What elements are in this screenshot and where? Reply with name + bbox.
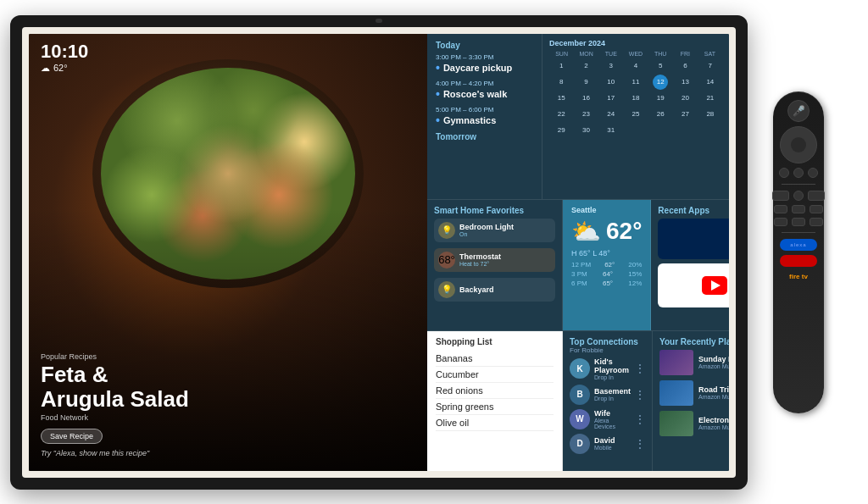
- cal-day-2[interactable]: 2: [578, 58, 593, 74]
- remote-nav-center[interactable]: [791, 137, 806, 152]
- remote-play-button[interactable]: [793, 191, 804, 201]
- conn-name-1: Kid's Playroom: [594, 357, 631, 374]
- remote-mute-button[interactable]: [792, 205, 805, 213]
- play-title-2: Road Trip: Jazz: [698, 385, 729, 394]
- schedule-item-1: 3:00 PM – 3:30 PM Daycare pickup: [436, 53, 533, 75]
- recipe-info: Popular Recipes Feta & Arugula Salad Foo…: [41, 352, 415, 457]
- prime-video-tile[interactable]: prime video ~: [658, 219, 729, 259]
- remote-body: 🎤: [773, 91, 824, 413]
- cal-day-23[interactable]: 23: [578, 107, 593, 122]
- connection-item-2[interactable]: B Basement Drop In ⋮: [570, 385, 645, 405]
- connections-label: Top Connections: [570, 337, 645, 346]
- remote-input-button[interactable]: [792, 218, 805, 226]
- cal-day-empty-32: [653, 123, 668, 138]
- cal-day-14[interactable]: 14: [703, 75, 718, 90]
- play-title-1: Sunday Morning Soul: [698, 355, 729, 363]
- youtube-tile[interactable]: YouTube: [658, 263, 729, 307]
- play-info-2: Road Trip: Jazz Amazon Music: [698, 385, 729, 400]
- cal-day-8[interactable]: 8: [554, 75, 569, 90]
- cal-day-17[interactable]: 17: [604, 91, 619, 106]
- clock-display: 10:10: [41, 42, 88, 61]
- remote-ffwd-button[interactable]: [808, 191, 825, 201]
- cal-fri: FRI: [673, 51, 698, 57]
- recent-apps-section: Recent Apps prime video ~: [651, 200, 729, 330]
- cal-day-5[interactable]: 5: [653, 58, 668, 74]
- conn-info-4: David Mobile: [594, 436, 631, 451]
- weather-widget: Seattle ⛅ 62° H 65° L 48°: [563, 200, 651, 330]
- cal-day-31[interactable]: 31: [604, 123, 619, 138]
- thermostat-name: Thermostat: [459, 252, 551, 261]
- play-item-3[interactable]: Electronic For Work Amazon Music: [659, 411, 729, 436]
- cal-day-12[interactable]: 12: [653, 75, 668, 90]
- backyard-info: Backyard: [459, 285, 551, 294]
- remote-mic-button[interactable]: 🎤: [787, 100, 810, 122]
- conn-avatar-3: W: [570, 409, 590, 429]
- weather-row-2: 3 PM 64° 15%: [571, 270, 642, 278]
- weather-temp-big: 62°: [606, 218, 642, 245]
- cal-day-20[interactable]: 20: [678, 91, 693, 106]
- cal-day-18[interactable]: 18: [628, 91, 643, 106]
- thermostat-info: Thermostat Heat to 72°: [459, 252, 551, 267]
- play-info-1: Sunday Morning Soul Amazon Music: [698, 355, 729, 369]
- cal-day-3[interactable]: 3: [604, 58, 619, 74]
- smart-item-backyard[interactable]: 💡 Backyard: [434, 278, 555, 302]
- conn-status-1: Drop In: [594, 374, 631, 380]
- backyard-name: Backyard: [459, 285, 551, 294]
- connection-item-4[interactable]: D David Mobile ⋮: [570, 434, 645, 454]
- remote-ch-down-button[interactable]: [810, 218, 823, 226]
- cal-sat: SAT: [698, 51, 722, 57]
- cal-day-9[interactable]: 9: [578, 75, 593, 90]
- cal-day-13[interactable]: 13: [678, 75, 693, 90]
- cal-wed: WED: [623, 51, 648, 57]
- cal-day-22[interactable]: 22: [554, 107, 569, 122]
- play-item-2[interactable]: Road Trip: Jazz Amazon Music: [659, 380, 729, 406]
- remote-ch-up-button[interactable]: [810, 205, 823, 213]
- remote-home-button[interactable]: [779, 168, 789, 178]
- cal-day-25[interactable]: 25: [628, 107, 643, 122]
- remote-netflix-button[interactable]: [780, 255, 817, 267]
- smart-item-light[interactable]: 💡 Bedroom Light On: [434, 219, 555, 242]
- connection-item-3[interactable]: W Wife Alexa Devices ⋮: [570, 409, 645, 429]
- schedule-event-2: Roscoe's walk: [436, 87, 533, 101]
- conn-info-1: Kid's Playroom Drop In: [594, 357, 631, 380]
- cal-thu: THU: [648, 51, 673, 57]
- cal-day-11[interactable]: 11: [628, 75, 643, 90]
- play-item-1[interactable]: Sunday Morning Soul Amazon Music: [659, 350, 729, 375]
- connection-item-1[interactable]: K Kid's Playroom Drop In ⋮: [570, 357, 645, 380]
- backyard-icon: 💡: [438, 281, 455, 298]
- cal-day-28[interactable]: 28: [703, 107, 718, 122]
- remote-rewind-button[interactable]: [772, 191, 789, 201]
- connections-for-label: For Robbie: [570, 346, 645, 354]
- remote-alexa-button[interactable]: alexa: [780, 239, 817, 251]
- cal-day-26[interactable]: 26: [653, 107, 668, 122]
- cal-day-29[interactable]: 29: [554, 123, 569, 138]
- conn-more-2: ⋮: [635, 389, 645, 401]
- cal-day-30[interactable]: 30: [578, 123, 593, 138]
- cal-day-7[interactable]: 7: [703, 58, 718, 74]
- conn-status-3: Alexa Devices: [594, 418, 631, 429]
- shopping-item-3: Red onions: [436, 383, 554, 399]
- top-connections-section: Top Connections For Robbie K Kid's Playr…: [563, 331, 653, 471]
- cal-day-24[interactable]: 24: [604, 107, 619, 122]
- today-section: Today 3:00 PM – 3:30 PM Daycare pickup 4…: [427, 34, 542, 199]
- schedule-item-3: 5:00 PM – 6:00 PM Gymnastics: [436, 106, 533, 127]
- remote-menu-button[interactable]: [793, 168, 804, 178]
- cal-day-19[interactable]: 19: [653, 91, 668, 106]
- cal-day-4[interactable]: 4: [628, 58, 643, 74]
- cal-day-27[interactable]: 27: [678, 107, 693, 122]
- remote-vol-down-button[interactable]: [774, 218, 787, 226]
- cal-day-15[interactable]: 15: [554, 91, 569, 106]
- cal-day-21[interactable]: 21: [703, 91, 718, 106]
- save-recipe-button[interactable]: Save Recipe: [41, 429, 103, 444]
- cal-day-6[interactable]: 6: [678, 58, 693, 74]
- shopping-item-4: Spring greens: [436, 399, 554, 415]
- smart-item-thermostat[interactable]: 68° Thermostat Heat to 72°: [434, 248, 555, 272]
- cal-day-10[interactable]: 10: [604, 75, 619, 90]
- recipe-title: Feta & Arugula Salad: [41, 363, 415, 411]
- remote-back-button[interactable]: [808, 168, 818, 178]
- cal-day-16[interactable]: 16: [578, 91, 593, 106]
- remote-nav-ring[interactable]: [780, 126, 817, 163]
- today-label: Today: [436, 41, 533, 50]
- cal-day-1[interactable]: 1: [554, 58, 569, 74]
- remote-vol-up-button[interactable]: [774, 205, 787, 213]
